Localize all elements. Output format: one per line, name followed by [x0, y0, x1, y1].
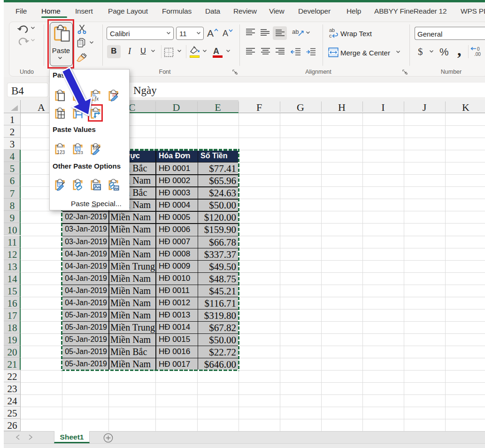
- svg-text:123: 123: [76, 150, 83, 155]
- svg-text:c: c: [329, 33, 332, 39]
- svg-text:.00: .00: [474, 52, 481, 56]
- svg-text:0: 0: [477, 46, 480, 52]
- svg-text:ab: ab: [329, 28, 335, 33]
- svg-text:123: 123: [57, 150, 65, 155]
